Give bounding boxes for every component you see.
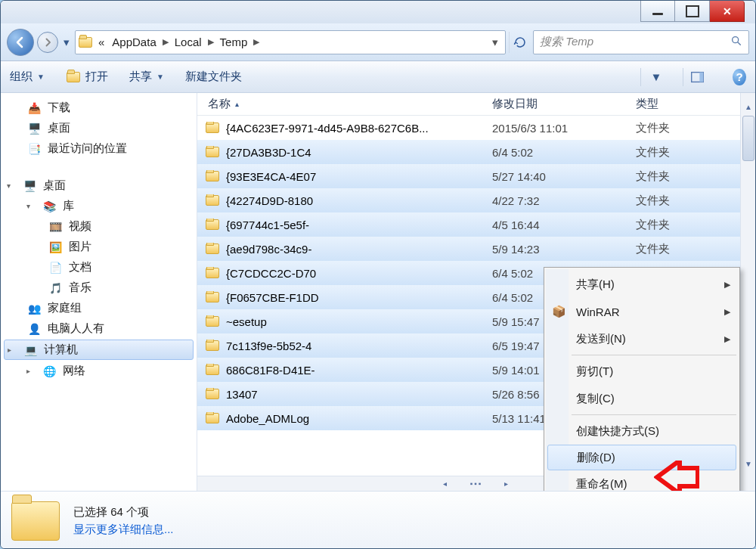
table-row[interactable]: {27DA3B3D-1C46/4 5:02文件夹	[197, 140, 755, 164]
tree-user[interactable]: 👤电脑人人有	[1, 318, 197, 339]
chevron-down-icon: ▼	[37, 73, 45, 81]
organize-button[interactable]: 组织 ▼	[10, 70, 45, 84]
expand-icon[interactable]: ▸	[26, 367, 36, 375]
folder-icon	[205, 315, 220, 327]
maximize-button[interactable]	[675, 1, 710, 22]
tree-desktop[interactable]: 🖥️桌面	[1, 118, 197, 138]
address-bar[interactable]: « AppData ▶ Local ▶ Temp ▶ ▾	[75, 30, 506, 54]
tree-network[interactable]: ▸🌐网络	[1, 361, 197, 381]
expand-icon[interactable]: ▸	[8, 346, 17, 354]
menu-item[interactable]: 重命名(M)	[546, 470, 738, 491]
desktop-icon: 🖥️	[26, 123, 42, 135]
menu-item[interactable]: 发送到(N)▶	[546, 325, 738, 352]
collapse-icon[interactable]: ▾	[7, 181, 16, 190]
table-row[interactable]: {4AC623E7-9971-4d45-A9B8-627C6B...2015/6…	[197, 116, 755, 140]
folder-icon	[205, 291, 220, 303]
sort-asc-icon: ▴	[235, 100, 239, 108]
search-icon	[730, 35, 742, 49]
desktop-icon: 🖥️	[22, 180, 37, 192]
close-button[interactable]	[710, 1, 745, 22]
v-scrollbar[interactable]: ▲ ▼	[740, 93, 755, 491]
breadcrumb-prefix: «	[97, 34, 106, 50]
menu-item[interactable]: 创建快捷方式(S)	[546, 417, 738, 445]
scroll-thumb[interactable]	[742, 116, 754, 161]
open-icon	[66, 71, 81, 83]
view-button[interactable]: ▼	[640, 68, 662, 86]
search-input[interactable]: 搜索 Temp	[533, 30, 749, 54]
submenu-arrow-icon: ▶	[724, 334, 730, 344]
menu-item[interactable]: 删除(D)	[547, 445, 736, 470]
file-name: {ae9d798c-34c9-	[226, 243, 311, 256]
table-row[interactable]: {697744c1-5e5f-4/5 16:44文件夹	[197, 212, 755, 237]
tree-pictures[interactable]: 🖼️图片	[1, 237, 197, 257]
organize-label: 组织	[10, 70, 33, 84]
help-button[interactable]: ?	[725, 68, 746, 86]
collapse-icon[interactable]: ▾	[26, 202, 36, 210]
open-button[interactable]: 打开	[66, 70, 108, 84]
tree-downloads[interactable]: 📥下载	[1, 98, 197, 118]
tree-recent[interactable]: 📑最近访问的位置	[1, 138, 197, 159]
help-icon: ?	[733, 69, 746, 85]
forward-button[interactable]	[37, 32, 58, 53]
file-name: ~esetup	[226, 315, 267, 328]
refresh-button[interactable]	[509, 32, 530, 53]
folder-icon	[205, 146, 220, 158]
download-icon: 📥	[26, 102, 42, 114]
tree-desktop-root[interactable]: ▾🖥️桌面	[1, 175, 197, 196]
file-name: 7c113f9e-5b52-4	[226, 340, 311, 352]
new-folder-button[interactable]: 新建文件夹	[185, 70, 242, 84]
file-name: {93E3E4CA-4E07	[226, 170, 316, 183]
tree-computer[interactable]: ▸💻计算机	[4, 340, 194, 360]
svg-point-0	[733, 37, 739, 43]
address-dropdown[interactable]: ▾	[488, 36, 502, 49]
col-type[interactable]: 类型	[636, 97, 755, 111]
tree-libraries[interactable]: ▾📚库	[1, 196, 197, 216]
svg-rect-8	[699, 72, 703, 82]
history-dropdown[interactable]: ▾	[61, 36, 72, 49]
submenu-arrow-icon: ▶	[724, 307, 730, 317]
minimize-button[interactable]	[640, 1, 675, 22]
breadcrumb-item[interactable]: Temp	[218, 34, 249, 50]
share-button[interactable]: 共享 ▼	[129, 70, 164, 84]
open-label: 打开	[85, 70, 108, 84]
menu-label: 发送到(N)	[576, 332, 626, 346]
menu-item[interactable]: 共享(H)▶	[546, 271, 738, 298]
menu-label: 共享(H)	[576, 278, 615, 292]
libraries-icon: 📚	[42, 200, 57, 212]
breadcrumb-item[interactable]: Local	[173, 34, 203, 50]
preview-pane-button[interactable]	[683, 68, 704, 86]
status-selection: 已选择 64 个项	[73, 505, 174, 520]
breadcrumb-item[interactable]: AppData	[110, 34, 157, 50]
music-icon: 🎵	[48, 282, 63, 294]
tree-music[interactable]: 🎵音乐	[1, 278, 197, 298]
file-name: {697744c1-5e5f-	[226, 219, 309, 231]
file-name: Adobe_ADMLog	[226, 412, 309, 425]
winrar-icon: 📦	[550, 305, 567, 318]
table-row[interactable]: {93E3E4CA-4E075/27 14:40文件夹	[197, 164, 755, 188]
file-type: 文件夹	[636, 145, 755, 160]
computer-icon: 💻	[23, 344, 38, 356]
menu-item[interactable]: 复制(C)	[546, 385, 738, 412]
tree-documents[interactable]: 📄文档	[1, 257, 197, 278]
new-folder-label: 新建文件夹	[185, 70, 242, 84]
chevron-down-icon: ▼	[156, 73, 164, 81]
tree-video[interactable]: 🎞️视频	[1, 216, 197, 237]
scroll-down-icon[interactable]: ▼	[741, 456, 755, 471]
file-type: 文件夹	[636, 218, 755, 232]
file-date: 5/9 14:23	[492, 243, 636, 256]
table-row[interactable]: {42274D9D-81804/22 7:32文件夹	[197, 188, 755, 212]
table-row[interactable]: {ae9d798c-34c9-5/9 14:23文件夹	[197, 237, 755, 261]
col-name[interactable]: 名称▴	[205, 97, 492, 111]
tree-homegroup[interactable]: 👥家庭组	[1, 298, 197, 318]
back-button[interactable]	[7, 29, 34, 56]
status-bar: 已选择 64 个项 显示更多详细信息...	[1, 491, 755, 549]
file-list: 名称▴ 修改日期 类型 {4AC623E7-9971-4d45-A9B8-627…	[197, 93, 755, 491]
col-date[interactable]: 修改日期	[492, 97, 636, 111]
menu-item[interactable]: 📦WinRAR▶	[546, 298, 738, 325]
file-date: 5/27 14:40	[492, 170, 636, 183]
status-more-link[interactable]: 显示更多详细信息...	[73, 523, 174, 537]
file-name: {C7CDCC2C-D70	[226, 267, 316, 280]
menu-item[interactable]: 剪切(T)	[546, 358, 738, 385]
scroll-up-icon[interactable]: ▲	[741, 99, 755, 114]
video-icon: 🎞️	[48, 221, 63, 233]
